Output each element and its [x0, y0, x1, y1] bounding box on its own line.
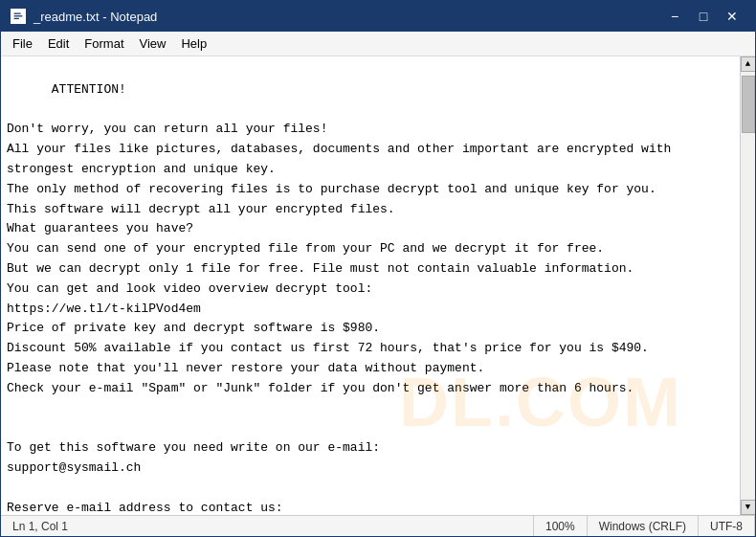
status-bar: Ln 1, Col 1 100% Windows (CRLF) UTF-8 [1, 515, 755, 536]
zoom-level: 100% [545, 520, 575, 533]
menu-view[interactable]: View [132, 34, 174, 55]
minimize-button[interactable]: − [661, 6, 688, 27]
line-ending: Windows (CRLF) [599, 520, 686, 533]
editor-text: ATTENTION! Don't worry, you can return a… [7, 82, 671, 515]
menu-file[interactable]: File [5, 34, 40, 55]
scroll-thumb[interactable] [742, 76, 755, 133]
cursor-position: Ln 1, Col 1 [12, 520, 68, 533]
status-position-section: Ln 1, Col 1 [1, 516, 534, 536]
text-editor[interactable]: ATTENTION! Don't worry, you can return a… [1, 56, 740, 515]
main-window: _readme.txt - Notepad − □ ✕ File Edit Fo… [0, 0, 756, 537]
close-button[interactable]: ✕ [719, 6, 745, 27]
status-encoding-section: UTF-8 [699, 516, 755, 536]
encoding: UTF-8 [710, 520, 743, 533]
scroll-up-button[interactable]: ▲ [741, 56, 756, 72]
menu-edit[interactable]: Edit [40, 34, 77, 55]
maximize-button[interactable]: □ [690, 6, 717, 27]
app-icon [11, 9, 26, 24]
menu-help[interactable]: Help [173, 34, 214, 55]
scroll-down-button[interactable]: ▼ [741, 500, 756, 515]
menu-bar: File Edit Format View Help [1, 32, 755, 56]
menu-format[interactable]: Format [77, 34, 131, 55]
svg-rect-1 [14, 13, 21, 14]
editor-area: ATTENTION! Don't worry, you can return a… [1, 56, 755, 515]
status-zoom-section: 100% [534, 516, 588, 536]
vertical-scrollbar[interactable]: ▲ ▼ [740, 56, 755, 515]
svg-rect-3 [14, 18, 19, 19]
status-lineending-section: Windows (CRLF) [588, 516, 699, 536]
svg-rect-2 [14, 15, 23, 16]
window-title: _readme.txt - Notepad [33, 10, 661, 24]
scroll-track[interactable] [741, 72, 755, 500]
window-controls: − □ ✕ [661, 6, 745, 27]
title-bar: _readme.txt - Notepad − □ ✕ [1, 1, 755, 32]
